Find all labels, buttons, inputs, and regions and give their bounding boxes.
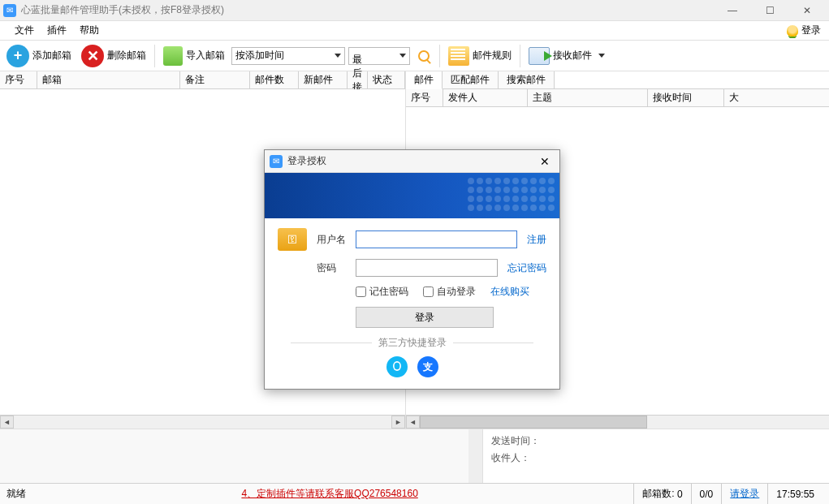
close-button[interactable]: ✕ bbox=[788, 0, 826, 21]
menu-help[interactable]: 帮助 bbox=[73, 22, 106, 39]
separator bbox=[439, 45, 440, 67]
plus-icon: + bbox=[6, 45, 29, 67]
app-icon: ✉ bbox=[270, 155, 283, 168]
tab-mail[interactable]: 邮件 bbox=[406, 71, 443, 89]
scroll-left-icon[interactable]: ◄ bbox=[0, 416, 14, 429]
remember-checkbox-input[interactable] bbox=[356, 286, 366, 297]
import-mailbox-label: 导入邮箱 bbox=[186, 49, 225, 62]
username-label: 用户名 bbox=[317, 233, 356, 247]
chevron-down-icon bbox=[335, 54, 341, 58]
remember-checkbox[interactable]: 记住密码 bbox=[356, 285, 408, 299]
import-mailbox-button[interactable]: 导入邮箱 bbox=[160, 45, 228, 67]
col-note[interactable]: 备注 bbox=[180, 71, 250, 88]
autologin-checkbox[interactable]: 自动登录 bbox=[423, 285, 476, 299]
status-time: 17:59:55 bbox=[767, 484, 823, 504]
col-mailbox[interactable]: 邮箱 bbox=[37, 71, 180, 88]
scroll-left-icon[interactable]: ◄ bbox=[406, 416, 420, 429]
scroll-track[interactable] bbox=[647, 416, 829, 429]
status-login-link[interactable]: 请登录 bbox=[730, 487, 759, 501]
app-icon: ✉ bbox=[3, 4, 16, 17]
mail-tabs: 邮件 匹配邮件 搜索邮件 bbox=[406, 71, 829, 89]
search-button[interactable] bbox=[413, 45, 434, 67]
import-icon bbox=[163, 46, 183, 66]
tab-search[interactable]: 搜索邮件 bbox=[499, 71, 555, 88]
add-mailbox-label: 添加邮箱 bbox=[32, 49, 71, 62]
menu-plugin[interactable]: 插件 bbox=[41, 22, 73, 39]
dialog-title: 登录授权 bbox=[287, 154, 535, 168]
col-subject[interactable]: 主题 bbox=[528, 89, 648, 106]
dialog-body: ⚿ 用户名 注册 密码 忘记密码 记住密码 自动登录 在线购买 登录 第三方快捷… bbox=[265, 218, 559, 389]
sort-combo[interactable]: 按添加时间 bbox=[231, 47, 345, 65]
dialog-banner bbox=[265, 173, 559, 218]
autologin-checkbox-input[interactable] bbox=[423, 286, 434, 297]
mail-rules-label: 邮件规则 bbox=[473, 49, 512, 62]
search-icon bbox=[418, 50, 430, 62]
password-label: 密码 bbox=[317, 261, 356, 275]
sort-combo-value: 按添加时间 bbox=[235, 49, 284, 62]
col-size[interactable]: 大 bbox=[724, 89, 829, 106]
bottom-area: 发送时间： 收件人： bbox=[0, 429, 829, 483]
forgot-link[interactable]: 忘记密码 bbox=[507, 261, 546, 275]
login-dialog: ✉ 登录授权 ✕ ⚿ 用户名 注册 密码 忘记密码 记住密码 自动登录 在线购买… bbox=[264, 149, 560, 390]
col-count[interactable]: 邮件数 bbox=[250, 71, 299, 88]
svg-point-1 bbox=[394, 363, 399, 369]
receive-mail-label: 接收邮件 bbox=[553, 49, 592, 62]
chevron-down-icon bbox=[399, 54, 406, 58]
login-menu-button[interactable]: 登录 bbox=[787, 24, 821, 37]
col-last[interactable]: 最后接收 bbox=[348, 71, 368, 88]
mailbox-hscroll[interactable]: ◄ ► bbox=[0, 415, 405, 429]
statusbar: 就绪 4、定制插件等请联系客服QQ276548160 邮箱数: 0 0/0 请登… bbox=[0, 483, 829, 504]
scroll-thumb[interactable] bbox=[420, 416, 647, 429]
mail-hscroll[interactable]: ◄ ► bbox=[406, 415, 829, 429]
col-seq[interactable]: 序号 bbox=[0, 71, 37, 88]
col-seq[interactable]: 序号 bbox=[406, 89, 443, 106]
toolbar: + 添加邮箱 ✕ 删除邮箱 导入邮箱 按添加时间 邮件规则 接收邮件 bbox=[0, 41, 829, 71]
menu-file[interactable]: 文件 bbox=[8, 22, 41, 39]
detail-pane: 发送时间： 收件人： bbox=[483, 429, 829, 483]
col-new[interactable]: 新邮件 bbox=[299, 71, 348, 88]
scroll-right-icon[interactable]: ► bbox=[391, 416, 405, 429]
qq-login-icon[interactable] bbox=[386, 356, 408, 377]
window-title: 心蓝批量邮件管理助手(未授权，按F8登录授权) bbox=[21, 3, 714, 17]
dialog-titlebar[interactable]: ✉ 登录授权 ✕ bbox=[265, 150, 559, 173]
dialog-close-button[interactable]: ✕ bbox=[535, 153, 555, 170]
key-icon: ⚿ bbox=[278, 228, 307, 251]
log-vscroll[interactable] bbox=[468, 429, 482, 483]
tab-match[interactable]: 匹配邮件 bbox=[443, 71, 499, 88]
login-button[interactable]: 登录 bbox=[356, 307, 494, 328]
receive-icon bbox=[529, 47, 550, 65]
col-sender[interactable]: 发件人 bbox=[443, 89, 528, 106]
buy-link[interactable]: 在线购买 bbox=[490, 285, 529, 299]
col-status[interactable]: 状态 bbox=[368, 71, 405, 88]
add-mailbox-button[interactable]: + 添加邮箱 bbox=[3, 43, 75, 69]
third-party-label: 第三方快捷登录 bbox=[372, 337, 453, 348]
login-label: 登录 bbox=[801, 24, 821, 37]
rules-icon bbox=[448, 46, 469, 66]
receive-mail-button[interactable]: 接收邮件 bbox=[525, 45, 608, 67]
third-party-section: 第三方快捷登录 bbox=[278, 336, 546, 350]
col-recv[interactable]: 接收时间 bbox=[648, 89, 724, 106]
maximize-button[interactable]: ☐ bbox=[751, 0, 788, 21]
promo-link[interactable]: 4、定制插件等请联系客服QQ276548160 bbox=[241, 488, 417, 499]
delete-mailbox-button[interactable]: ✕ 删除邮箱 bbox=[78, 43, 149, 69]
send-time-label: 发送时间： bbox=[491, 434, 821, 448]
alipay-login-icon[interactable]: 支 bbox=[417, 356, 438, 377]
register-link[interactable]: 注册 bbox=[527, 233, 546, 247]
recipient-label: 收件人： bbox=[491, 451, 821, 465]
x-icon: ✕ bbox=[81, 45, 104, 67]
scroll-track[interactable] bbox=[14, 416, 391, 429]
delete-mailbox-label: 删除邮箱 bbox=[107, 49, 146, 62]
titlebar: ✉ 心蓝批量邮件管理助手(未授权，按F8登录授权) — ☐ ✕ bbox=[0, 0, 829, 21]
password-input[interactable] bbox=[356, 259, 498, 277]
mailbox-grid-header: 序号 邮箱 备注 邮件数 新邮件 最后接收 状态 bbox=[0, 71, 405, 89]
username-input[interactable] bbox=[356, 230, 517, 248]
minimize-button[interactable]: — bbox=[714, 0, 751, 21]
separator bbox=[154, 45, 155, 67]
status-promo: 4、定制插件等请联系客服QQ276548160 bbox=[26, 487, 633, 501]
separator bbox=[520, 45, 520, 67]
mail-rules-button[interactable]: 邮件规则 bbox=[445, 45, 515, 67]
log-pane bbox=[0, 429, 483, 483]
menubar: 文件 插件 帮助 登录 bbox=[0, 21, 829, 41]
chevron-down-icon bbox=[598, 54, 605, 58]
mail-grid-header: 序号 发件人 主题 接收时间 大 bbox=[406, 89, 829, 107]
